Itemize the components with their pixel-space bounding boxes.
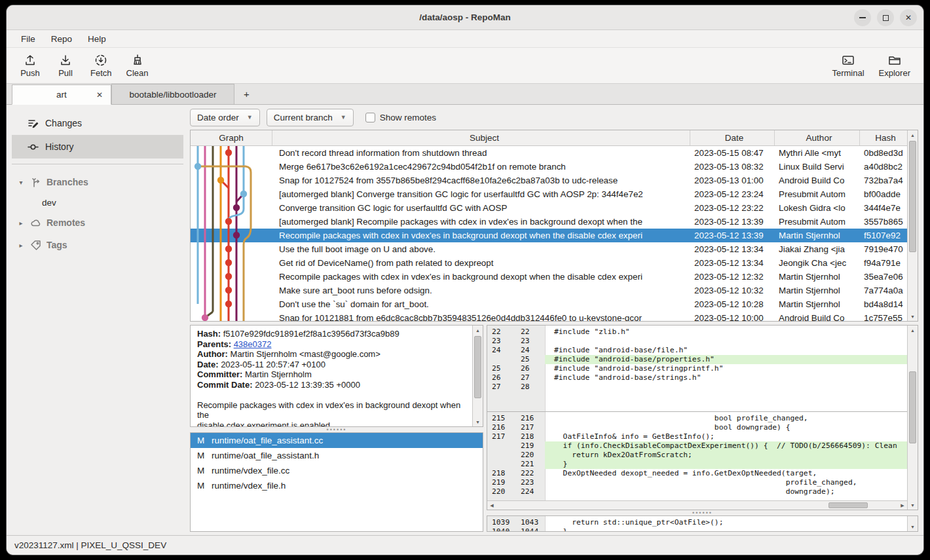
scrollbar-thumb[interactable] bbox=[909, 141, 916, 252]
sidebar-item-dev[interactable]: dev bbox=[12, 193, 183, 212]
sidebar-section-remotes[interactable]: ▸ Remotes bbox=[12, 212, 183, 234]
commit-row[interactable]: Converge transition GC logic for userfau… bbox=[191, 201, 907, 215]
commit-row[interactable]: Make sure art_boot runs before odsign.20… bbox=[191, 284, 907, 297]
commit-row[interactable]: Recompile packages with cdex in vdex'es … bbox=[191, 270, 907, 284]
file-row[interactable]: Mruntime/oat_file_assistant.h bbox=[191, 448, 483, 463]
commit-row[interactable]: [automerged blank] Converge transition G… bbox=[191, 187, 907, 201]
scroll-up-icon[interactable]: ▲ bbox=[908, 326, 918, 335]
diff-code: return kDex2OatFromScratch; bbox=[545, 451, 907, 460]
tab-close-icon[interactable]: ✕ bbox=[96, 90, 103, 100]
file-path: runtime/oat_file_assistant.cc bbox=[205, 436, 483, 445]
column-header-author[interactable]: Author bbox=[775, 130, 860, 145]
commit-row[interactable]: [automerged blank] Recompile packages wi… bbox=[191, 215, 907, 229]
column-header-date[interactable]: Date bbox=[690, 130, 775, 145]
scroll-left-icon[interactable]: ◀ bbox=[487, 501, 496, 510]
diff-vertical-scrollbar[interactable]: ▲ ▼ bbox=[907, 326, 918, 510]
diff-vertical-scrollbar[interactable]: ▼ bbox=[907, 516, 918, 531]
show-remotes-checkbox[interactable] bbox=[365, 113, 375, 122]
scrollbar-thumb[interactable] bbox=[828, 502, 868, 508]
detail-field: Commit Date: 2023-05-12 13:39:35 +0000 bbox=[197, 380, 466, 390]
menu-item-file[interactable]: File bbox=[14, 33, 42, 45]
fetch-button[interactable]: Fetch bbox=[86, 52, 116, 79]
commit-date: 2023-05-12 23:22 bbox=[690, 201, 775, 215]
commit-row[interactable]: Recompile packages with cdex in vdex'es … bbox=[191, 229, 907, 242]
commit-date: 2023-05-12 10:32 bbox=[690, 284, 775, 297]
titlebar[interactable]: /data/aosp - RepoMan ✕ bbox=[7, 5, 923, 30]
commit-row[interactable]: Snap for 10121881 from e6dc8cac8cbb7b359… bbox=[191, 311, 907, 321]
file-row[interactable]: Mruntime/vdex_file.h bbox=[191, 478, 483, 493]
explorer-icon bbox=[887, 53, 902, 67]
push-button[interactable]: Push bbox=[16, 52, 45, 79]
tab-bootable-libbootloader[interactable]: bootable/libbootloader bbox=[111, 84, 234, 104]
scroll-down-icon[interactable]: ▼ bbox=[908, 312, 918, 321]
sidebar-item-changes[interactable]: Changes bbox=[12, 111, 183, 135]
diff-hunk: 215216 bool profile_changed,216217 bool … bbox=[487, 412, 907, 500]
scroll-down-icon[interactable]: ▼ bbox=[908, 500, 918, 510]
column-header-hash[interactable]: Hash bbox=[860, 130, 907, 145]
commit-row[interactable]: Snap for 10127524 from 3557b865be8f294ca… bbox=[191, 174, 907, 187]
diff-line: 220224 downgrade); bbox=[487, 487, 907, 496]
details-scrollbar[interactable]: ▲ ▼ bbox=[472, 326, 483, 426]
commit-author: Jiakai Zhang <jia bbox=[775, 242, 860, 256]
cloud-icon bbox=[30, 217, 41, 229]
diff-views-splitter[interactable]: •••••• bbox=[487, 510, 918, 515]
tab-art[interactable]: art ✕ bbox=[12, 84, 111, 105]
diff-code: return std::unique_ptr<OatFile>(); bbox=[545, 518, 907, 527]
sidebar-item-history[interactable]: History bbox=[12, 135, 183, 159]
clean-button[interactable]: Clean bbox=[122, 52, 153, 79]
old-line-number bbox=[487, 355, 516, 364]
sidebar-section-tags[interactable]: ▸ Tags bbox=[12, 234, 183, 256]
commit-author: Jeongik Cha <jec bbox=[775, 256, 860, 270]
diff-code: } bbox=[545, 460, 907, 469]
file-row[interactable]: Mruntime/vdex_file.cc bbox=[191, 463, 483, 478]
commit-subject: Use the full boot image on U and above. bbox=[272, 242, 690, 256]
diff-code: #include "android-base/strings.h" bbox=[545, 373, 907, 383]
column-header-subject[interactable]: Subject bbox=[272, 130, 690, 145]
new-line-number: 28 bbox=[516, 383, 545, 392]
menu-item-repo[interactable]: Repo bbox=[45, 33, 79, 45]
pull-button[interactable]: Pull bbox=[51, 52, 80, 79]
terminal-button[interactable]: Terminal bbox=[828, 52, 868, 79]
commit-date: 2023-05-12 10:28 bbox=[690, 297, 775, 311]
scroll-up-icon[interactable]: ▲ bbox=[473, 326, 483, 335]
sidebar-section-branches[interactable]: ▾ Branches bbox=[12, 171, 183, 193]
scroll-right-icon[interactable]: ▶ bbox=[898, 501, 907, 510]
commit-author: Android Build Co bbox=[775, 174, 860, 187]
scroll-down-icon[interactable]: ▼ bbox=[908, 522, 918, 531]
parent-commit-link[interactable]: 438e0372 bbox=[234, 339, 272, 349]
minimize-button[interactable] bbox=[854, 9, 871, 26]
details-files-splitter[interactable]: •••••• bbox=[190, 427, 483, 432]
commit-date: 2023-05-15 08:47 bbox=[690, 146, 775, 160]
commit-row[interactable]: Don't use the `su` domain for art_boot.2… bbox=[191, 297, 907, 311]
maximize-button[interactable] bbox=[877, 9, 894, 26]
commit-row[interactable]: Don't record thread information from shu… bbox=[191, 146, 907, 160]
commit-graph-cell bbox=[191, 297, 272, 311]
commit-row[interactable]: Use the full boot image on U and above.2… bbox=[191, 242, 907, 256]
commit-row[interactable]: Get rid of DeviceName() from path relate… bbox=[191, 256, 907, 270]
file-path: runtime/oat_file_assistant.h bbox=[205, 451, 483, 460]
menu-item-help[interactable]: Help bbox=[81, 33, 113, 45]
detail-value: 2023-05-11 20:57:47 +0100 bbox=[221, 360, 326, 369]
new-line-number: 222 bbox=[516, 469, 545, 478]
scroll-down-icon[interactable]: ▼ bbox=[473, 417, 483, 426]
diff-horizontal-scrollbar[interactable]: ◀ ▶ bbox=[487, 500, 907, 510]
commit-graph-cell bbox=[191, 187, 272, 201]
commit-subject: Snap for 10127524 from 3557b865be8f294ca… bbox=[272, 174, 690, 187]
scrollbar-thumb[interactable] bbox=[909, 371, 916, 443]
commit-date: 2023-05-12 13:34 bbox=[690, 256, 775, 270]
explorer-button[interactable]: Explorer bbox=[875, 52, 914, 79]
close-button[interactable]: ✕ bbox=[900, 9, 917, 26]
new-tab-button[interactable]: + bbox=[234, 84, 259, 104]
commit-row[interactable]: Merge 6e617be3c62e6192a1cec429672c94bd05… bbox=[191, 160, 907, 174]
commit-table-scrollbar[interactable]: ▲ ▼ bbox=[907, 130, 918, 321]
order-dropdown[interactable]: Date order ▼ bbox=[190, 109, 260, 126]
scroll-up-icon[interactable]: ▲ bbox=[908, 130, 918, 140]
column-header-graph[interactable]: Graph bbox=[191, 130, 272, 145]
sidebar-divider bbox=[12, 164, 183, 164]
new-line-number: 219 bbox=[516, 441, 545, 451]
scrollbar-thumb[interactable] bbox=[474, 336, 481, 398]
diff-code: DexOptNeeded dexopt_needed = info.GetDex… bbox=[545, 469, 907, 478]
file-row[interactable]: Mruntime/oat_file_assistant.cc bbox=[191, 433, 483, 448]
branch-filter-dropdown[interactable]: Current branch ▼ bbox=[267, 109, 354, 126]
commit-hash: bd4a8d14 bbox=[860, 297, 907, 311]
